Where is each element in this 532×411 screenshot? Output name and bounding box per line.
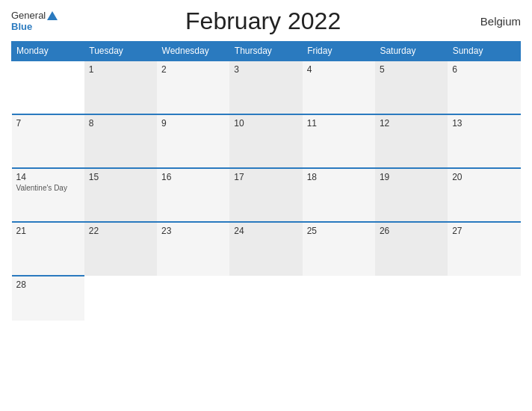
day-number: 14 bbox=[16, 172, 80, 182]
calendar-cell: 13 bbox=[448, 114, 520, 168]
calendar-table: Monday Tuesday Wednesday Thursday Friday… bbox=[11, 41, 521, 321]
logo-triangle-icon bbox=[47, 11, 58, 20]
calendar-cell bbox=[303, 276, 375, 321]
calendar-container: General Blue February 2022 Belgium Monda… bbox=[0, 0, 532, 411]
day-number: 27 bbox=[452, 226, 516, 236]
calendar-cell: 22 bbox=[84, 222, 157, 276]
calendar-cell: 2 bbox=[157, 61, 229, 114]
week-row-1: 123456 bbox=[12, 61, 521, 114]
day-number: 2 bbox=[161, 64, 225, 75]
calendar-cell: 12 bbox=[375, 114, 448, 168]
calendar-cell: 21 bbox=[12, 222, 84, 276]
calendar-cell bbox=[12, 61, 84, 114]
calendar-cell: 15 bbox=[84, 168, 157, 222]
day-number: 13 bbox=[452, 118, 516, 129]
calendar-cell: 23 bbox=[157, 222, 229, 276]
day-number: 3 bbox=[234, 64, 297, 75]
header-thursday: Thursday bbox=[229, 42, 302, 61]
calendar-cell: 24 bbox=[229, 222, 302, 276]
header-monday: Monday bbox=[12, 42, 84, 61]
day-number: 7 bbox=[16, 118, 80, 129]
calendar-cell bbox=[229, 276, 302, 321]
day-number: 16 bbox=[161, 172, 225, 182]
calendar-cell: 5 bbox=[375, 61, 448, 114]
country-label: Belgium bbox=[468, 15, 521, 28]
calendar-cell bbox=[375, 276, 448, 321]
day-number: 6 bbox=[452, 64, 516, 75]
day-number: 21 bbox=[16, 226, 80, 236]
calendar-cell: 3 bbox=[229, 61, 302, 114]
header-friday: Friday bbox=[303, 42, 375, 61]
header-tuesday: Tuesday bbox=[84, 42, 157, 61]
day-number: 22 bbox=[89, 226, 152, 236]
calendar-cell: 17 bbox=[229, 168, 302, 222]
day-number: 4 bbox=[307, 64, 371, 75]
calendar-cell: 11 bbox=[303, 114, 375, 168]
header-wednesday: Wednesday bbox=[157, 42, 229, 61]
weekday-header-row: Monday Tuesday Wednesday Thursday Friday… bbox=[12, 42, 521, 61]
week-row-2: 78910111213 bbox=[12, 114, 521, 168]
calendar-cell: 4 bbox=[303, 61, 375, 114]
calendar-cell: 18 bbox=[303, 168, 375, 222]
day-number: 26 bbox=[380, 226, 443, 236]
day-number: 15 bbox=[89, 172, 152, 182]
calendar-cell: 1 bbox=[84, 61, 157, 114]
day-number: 20 bbox=[452, 172, 516, 182]
calendar-title: February 2022 bbox=[58, 7, 468, 35]
header-sunday: Sunday bbox=[448, 42, 520, 61]
calendar-cell bbox=[84, 276, 157, 321]
calendar-cell: 27 bbox=[448, 222, 520, 276]
day-number: 1 bbox=[89, 64, 152, 75]
calendar-cell: 20 bbox=[448, 168, 520, 222]
day-number: 8 bbox=[89, 118, 152, 129]
calendar-cell: 25 bbox=[303, 222, 375, 276]
day-number: 5 bbox=[380, 64, 443, 75]
calendar-cell: 16 bbox=[157, 168, 229, 222]
event-label: Valentine's Day bbox=[16, 184, 80, 192]
calendar-cell: 9 bbox=[157, 114, 229, 168]
logo-blue-text: Blue bbox=[11, 22, 32, 32]
logo: General Blue bbox=[11, 10, 58, 32]
day-number: 11 bbox=[307, 118, 371, 129]
day-number: 12 bbox=[380, 118, 443, 129]
calendar-cell: 14Valentine's Day bbox=[12, 168, 84, 222]
day-number: 25 bbox=[307, 226, 371, 236]
day-number: 23 bbox=[161, 226, 225, 236]
calendar-cell: 6 bbox=[448, 61, 520, 114]
calendar-cell: 7 bbox=[12, 114, 84, 168]
day-number: 17 bbox=[234, 172, 297, 182]
week-row-3: 14Valentine's Day151617181920 bbox=[12, 168, 521, 222]
calendar-cell: 10 bbox=[229, 114, 302, 168]
day-number: 9 bbox=[161, 118, 225, 129]
day-number: 24 bbox=[234, 226, 297, 236]
calendar-cell: 28 bbox=[12, 276, 84, 321]
calendar-cell: 26 bbox=[375, 222, 448, 276]
calendar-cell bbox=[448, 276, 520, 321]
week-row-4: 21222324252627 bbox=[12, 222, 521, 276]
logo-general-text: General bbox=[11, 10, 58, 21]
day-number: 10 bbox=[234, 118, 297, 129]
header-saturday: Saturday bbox=[375, 42, 448, 61]
day-number: 19 bbox=[380, 172, 443, 182]
calendar-header: General Blue February 2022 Belgium bbox=[11, 7, 521, 35]
calendar-cell: 19 bbox=[375, 168, 448, 222]
day-number: 28 bbox=[16, 279, 80, 290]
day-number: 18 bbox=[307, 172, 371, 182]
calendar-cell bbox=[157, 276, 229, 321]
calendar-cell: 8 bbox=[84, 114, 157, 168]
week-row-5: 28 bbox=[12, 276, 521, 321]
